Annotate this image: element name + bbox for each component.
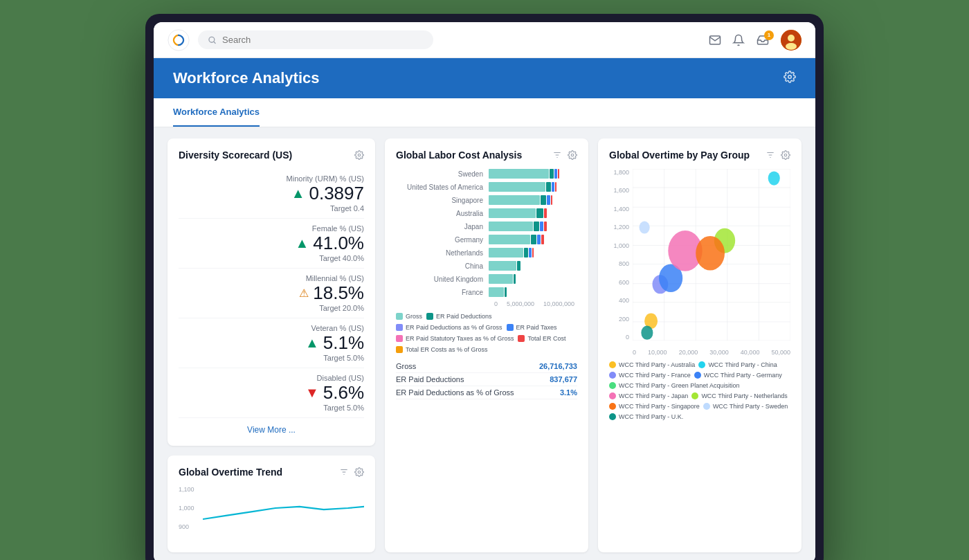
bar-row-china: China	[399, 261, 574, 271]
metric-veteran: Veteran % (US) ▲ 5.1% Target 5.0%	[179, 318, 364, 368]
dot-green-planet	[609, 382, 616, 389]
global-labor-card: Global Labor Cost Analysis	[385, 138, 588, 552]
chart-x-labels: 0 5,000,000 10,000,000	[494, 300, 574, 307]
workday-logo[interactable]	[167, 29, 190, 51]
legend-sweden: WCC Third Party - Sweden	[703, 403, 788, 410]
bar-taxes-de	[537, 235, 541, 244]
bubble-y-axis: 1,800 1,600 1,400 1,200 1,000 800 600 40…	[609, 169, 631, 341]
filter-icon[interactable]	[339, 467, 349, 477]
line-plot	[203, 486, 364, 530]
labor-filter-icon[interactable]	[552, 150, 562, 160]
arrow-up-icon-3: ▲	[305, 335, 319, 351]
y-1200: 1,200	[609, 224, 631, 231]
arrow-down-icon: ▼	[305, 385, 319, 401]
bubble-sweden	[640, 222, 650, 234]
paygroup-gear-icon[interactable]	[781, 150, 790, 160]
bar-row-australia: Australia	[399, 208, 574, 218]
bubble-x-axis: 0 10,000 20,000 30,000 40,000 50,000	[633, 349, 790, 356]
notification-button[interactable]	[732, 34, 745, 46]
y-1600: 1,600	[609, 187, 631, 194]
paygroup-card-header: Global Overtime by Pay Group	[609, 150, 790, 161]
stat-gross-value: 26,716,733	[539, 362, 577, 370]
bar-gross-nl	[489, 248, 523, 258]
bar-total-nl	[532, 248, 534, 258]
bubble-china	[768, 171, 780, 185]
bar-row-japan: Japan	[399, 222, 574, 231]
bar-er-usa	[546, 182, 551, 192]
label-japan: WCC Third Party - Japan	[619, 392, 688, 399]
warn-icon: ⚠	[299, 287, 309, 300]
bar-row-sweden: Sweden	[399, 169, 574, 179]
metric-veteran-target: Target 5.0%	[323, 354, 364, 362]
page-header: Workforce Analytics	[154, 58, 815, 98]
overtime-trend-icons	[339, 467, 364, 477]
settings-icon[interactable]	[784, 71, 796, 87]
settings-small-icon[interactable]	[354, 150, 364, 160]
bar-label-france: France	[399, 289, 489, 296]
labor-legend: Gross ER Paid Deductions ER Paid Deducti…	[396, 313, 577, 353]
metric-female-target: Target 40.0%	[319, 254, 364, 262]
legend-australia: WCC Third Party - Australia	[609, 361, 695, 368]
labor-card-icons	[552, 150, 577, 160]
inbox-badge: 1	[764, 30, 774, 40]
metric-veteran-value-row: ▲ 5.1%	[305, 332, 364, 354]
x-10k: 10,000	[648, 349, 667, 356]
search-input[interactable]	[222, 35, 424, 45]
bar-taxes-sg	[547, 195, 550, 205]
bar-gross-cn	[489, 261, 516, 271]
metric-minority-target: Target 0.4	[330, 204, 364, 213]
bar-gross	[489, 169, 549, 179]
inbox-button[interactable]: 1	[756, 34, 770, 46]
dot-uk	[609, 413, 616, 420]
bar-gross-uk	[489, 274, 513, 284]
diversity-card-icons[interactable]	[354, 150, 364, 160]
y-1000: 1,000	[609, 242, 631, 249]
stat-gross-label: Gross	[396, 362, 416, 370]
bar-taxes-usa	[552, 182, 554, 192]
top-nav: 1	[154, 22, 815, 58]
stat-gross: Gross 26,716,733	[396, 360, 577, 373]
overtime-paygroup-card: Global Overtime by Pay Group	[598, 138, 802, 552]
bar-label-australia: Australia	[399, 210, 489, 217]
bar-label-netherlands: Netherlands	[399, 249, 489, 257]
bar-er-nl	[524, 248, 528, 258]
paygroup-filter-icon[interactable]	[766, 150, 775, 160]
gear-small-icon[interactable]	[354, 467, 364, 477]
x-50k: 50,000	[771, 349, 790, 356]
legend-label-stat-taxes: ER Paid Statutory Taxes as % of Gross	[406, 335, 514, 342]
bar-row-france: France	[399, 287, 574, 297]
legend-france: WCC Third Party - France	[609, 372, 691, 379]
svg-point-4	[786, 43, 797, 50]
bubble-chart-wrapper: 1,800 1,600 1,400 1,200 1,000 800 600 40…	[609, 169, 790, 356]
bar-gross-de	[489, 235, 530, 244]
y-label-900: 900	[179, 523, 194, 530]
metric-veteran-label: Veteran % (US)	[311, 324, 364, 332]
search-bar[interactable]	[198, 30, 433, 49]
x-label-0: 0	[494, 300, 498, 307]
bar-track-netherlands	[489, 248, 574, 258]
metric-disabled-target: Target 5.0%	[323, 404, 364, 412]
legend-total-cost: Total ER Cost	[518, 335, 565, 342]
bar-gross-usa	[489, 182, 545, 192]
y-400: 400	[609, 297, 631, 304]
view-more-link[interactable]: View More ...	[179, 425, 364, 435]
bar-row-germany: Germany	[399, 235, 574, 244]
y-800: 800	[609, 260, 631, 267]
bar-gross-fr	[489, 287, 504, 297]
y-1800: 1,800	[609, 169, 631, 176]
legend-label-er-taxes: ER Paid Taxes	[516, 324, 557, 331]
bar-gross-sg	[489, 195, 540, 205]
device-frame: 1 Workforce Analytics	[145, 14, 824, 560]
legend-china: WCC Third Party - China	[698, 361, 777, 368]
y-1400: 1,400	[609, 206, 631, 213]
tab-workforce-analytics[interactable]: Workforce Analytics	[173, 98, 260, 127]
search-icon	[208, 35, 217, 45]
bar-er-de	[531, 235, 537, 244]
y-label-1100: 1,100	[179, 486, 194, 493]
labor-gear-icon[interactable]	[568, 150, 577, 160]
user-avatar[interactable]	[781, 30, 802, 51]
bar-track-uk	[489, 274, 574, 284]
message-button[interactable]	[709, 34, 721, 46]
label-green-planet: WCC Third Party - Green Planet Acquisiti…	[619, 382, 739, 389]
bar-total	[558, 169, 559, 179]
